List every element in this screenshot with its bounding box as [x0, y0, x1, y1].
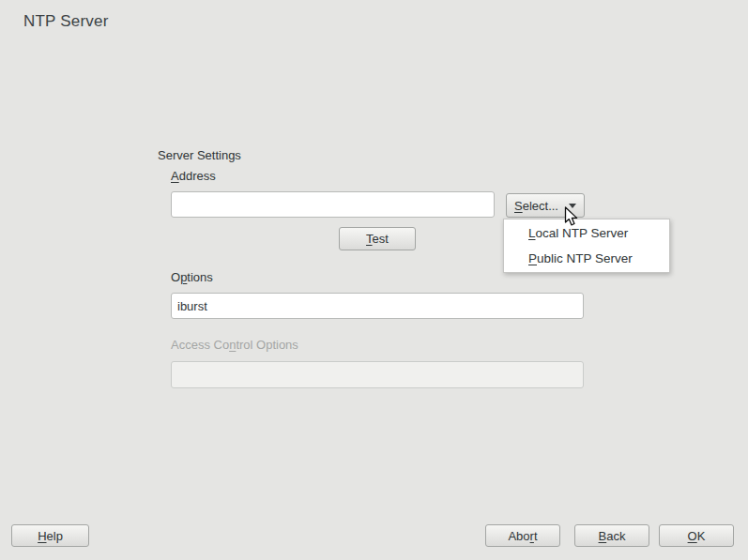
abort-button-label: Abort: [508, 529, 537, 543]
ok-label-mnemonic: O: [688, 529, 697, 543]
ok-label-post: K: [697, 529, 706, 543]
back-button-label: Back: [599, 529, 626, 543]
options-label-pre: O: [171, 270, 180, 284]
abort-label-pre: Abo: [508, 529, 529, 543]
help-label-post: elp: [47, 529, 63, 543]
test-label-post: est: [373, 232, 389, 246]
help-label-mnemonic: H: [38, 529, 46, 543]
back-label-mnemonic: B: [599, 529, 607, 543]
ok-button-label: OK: [688, 529, 706, 543]
ok-button[interactable]: OK: [659, 524, 734, 547]
acl-label-post: trol Options: [236, 338, 298, 352]
help-button-label: Help: [38, 529, 63, 543]
access-control-options-label: Access Control Options: [171, 338, 298, 352]
public-item-mnemonic: P: [528, 251, 537, 265]
page-title: NTP Server: [23, 12, 109, 31]
abort-button[interactable]: Abort: [485, 524, 560, 547]
address-label: Address: [171, 169, 216, 183]
local-item-post: ocal NTP Server: [536, 226, 629, 240]
options-label: Options: [171, 270, 213, 284]
help-button[interactable]: Help: [11, 524, 89, 547]
chevron-down-icon: [569, 204, 576, 208]
address-label-mnemonic: A: [171, 169, 179, 183]
abort-label-post: t: [534, 529, 538, 543]
options-label-post: tions: [187, 270, 212, 284]
select-label-post: elect...: [523, 199, 558, 213]
menu-item-public-ntp-server[interactable]: Public NTP Server: [504, 246, 669, 271]
address-label-post: ddress: [179, 169, 216, 183]
select-button-label: Select...: [514, 199, 558, 213]
public-item-post: ublic NTP Server: [537, 251, 633, 265]
address-input[interactable]: [171, 191, 495, 218]
acl-label-pre: Access Co: [171, 338, 229, 352]
select-button[interactable]: Select...: [506, 193, 585, 218]
server-settings-heading: Server Settings: [158, 148, 241, 162]
options-input[interactable]: [171, 293, 584, 319]
ntp-server-dialog: { "title": "NTP Server", "form": { "sect…: [0, 0, 748, 560]
select-label-mnemonic: S: [514, 199, 523, 213]
menu-item-local-ntp-server[interactable]: Local NTP Server: [504, 220, 669, 246]
select-dropdown-menu: Local NTP Server Public NTP Server: [503, 219, 670, 273]
back-button[interactable]: Back: [574, 524, 649, 547]
test-button-label: Test: [366, 232, 389, 246]
back-label-post: ack: [606, 529, 625, 543]
access-control-options-input: [171, 361, 584, 388]
test-button[interactable]: Test: [339, 227, 416, 250]
local-item-mnemonic: L: [528, 226, 536, 240]
